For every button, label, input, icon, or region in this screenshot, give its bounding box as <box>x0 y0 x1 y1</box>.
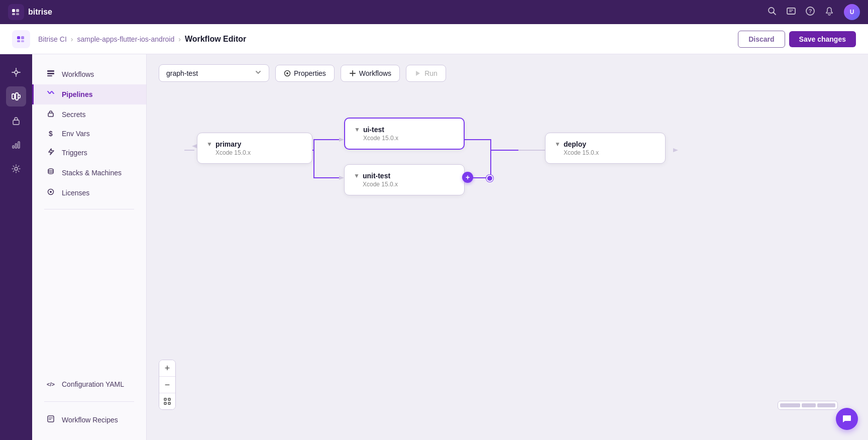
properties-button[interactable]: Properties <box>275 65 335 82</box>
app-name-label: bitrise <box>28 8 52 17</box>
svg-rect-16 <box>12 94 15 99</box>
sidebar-item-envvars[interactable]: $ Env Vars <box>32 125 146 143</box>
chat-button[interactable] <box>836 408 858 430</box>
zoom-in-button[interactable]: + <box>159 360 175 376</box>
sidebar-icon-active[interactable] <box>6 86 26 106</box>
secrets-label: Secrets <box>62 111 85 119</box>
node-title-primary: primary <box>215 140 241 148</box>
sidebar-icon-analytics[interactable] <box>6 135 26 155</box>
sidebar-item-workflows[interactable]: Workflows <box>32 64 146 84</box>
svg-rect-21 <box>16 144 17 148</box>
workflows-label: Workflows <box>62 70 94 78</box>
workflow-select-value: graph-test <box>166 69 198 77</box>
workflow-recipes-icon <box>46 415 56 425</box>
svg-rect-6 <box>787 8 795 14</box>
sidebar-icon-settings[interactable] <box>6 159 26 179</box>
run-button[interactable]: Run <box>406 65 446 82</box>
breadcrumb-project[interactable]: sample-apps-flutter-ios-android <box>77 35 174 43</box>
node-primary[interactable]: ▼ primary Xcode 15.0.x <box>197 133 312 164</box>
node-chevron-primary[interactable]: ▼ <box>206 141 212 148</box>
zoom-fit-button[interactable] <box>159 393 175 409</box>
notification-icon[interactable] <box>825 7 834 18</box>
help-icon[interactable]: ? <box>806 7 815 18</box>
sidebar-item-secrets[interactable]: Secrets <box>32 104 146 125</box>
sidebar-item-licenses[interactable]: Licenses <box>32 183 146 203</box>
zoom-controls: + − <box>159 360 176 410</box>
config-yaml-icon: </> <box>46 381 56 387</box>
save-changes-button[interactable]: Save changes <box>789 31 856 47</box>
svg-marker-40 <box>339 138 344 142</box>
svg-marker-38 <box>416 71 420 76</box>
svg-rect-3 <box>16 13 19 15</box>
node-chevron-unit-test[interactable]: ▼ <box>354 172 360 179</box>
add-workflows-button[interactable]: Workflows <box>341 65 400 82</box>
svg-rect-25 <box>47 73 54 74</box>
discard-button[interactable]: Discard <box>738 31 785 48</box>
triggers-label: Triggers <box>62 149 87 157</box>
sidebar-item-stacks[interactable]: Stacks & Machines <box>32 163 146 183</box>
stacks-menu-icon <box>46 168 56 178</box>
node-chevron-deploy[interactable]: ▼ <box>555 141 561 148</box>
sidebar-item-config-yaml[interactable]: </> Configuration YAML <box>32 375 146 393</box>
node-subtitle-unit-test: Xcode 15.0.x <box>354 181 455 188</box>
svg-rect-27 <box>48 113 53 117</box>
add-workflow-button[interactable]: + <box>462 172 473 183</box>
sidebar-item-triggers[interactable]: Triggers <box>32 143 146 163</box>
svg-point-35 <box>286 72 288 74</box>
properties-label: Properties <box>294 69 326 77</box>
breadcrumb-bar: Bitrise CI › sample-apps-flutter-ios-and… <box>0 24 868 54</box>
sidebar-icon-secrets[interactable] <box>6 111 26 131</box>
zoom-out-button[interactable]: − <box>159 377 175 393</box>
svg-rect-19 <box>13 120 19 125</box>
top-navigation: bitrise ? U <box>0 0 868 24</box>
run-label: Run <box>424 69 438 77</box>
svg-rect-45 <box>168 398 170 400</box>
node-title-ui-test: ui-test <box>363 126 384 134</box>
sidebar-icons <box>0 54 32 440</box>
svg-rect-13 <box>17 40 20 42</box>
sidebar-icon-pipelines[interactable] <box>6 62 26 82</box>
breadcrumb-sep1: › <box>71 35 73 43</box>
node-title-unit-test: unit-test <box>363 172 390 180</box>
node-chevron-ui-test[interactable]: ▼ <box>354 126 360 133</box>
svg-rect-44 <box>164 398 166 400</box>
node-subtitle-primary: Xcode 15.0.x <box>206 149 303 156</box>
svg-rect-31 <box>48 416 54 422</box>
search-icon[interactable] <box>768 7 777 18</box>
app-logo[interactable]: bitrise <box>8 4 52 20</box>
workflow-recipes-label: Workflow Recipes <box>62 416 118 424</box>
breadcrumb-root[interactable]: Bitrise CI <box>38 35 67 43</box>
svg-point-23 <box>15 167 18 170</box>
pipeline-canvas[interactable]: ▼ primary Xcode 15.0.x ▼ ui-test Xcode 1… <box>147 90 868 440</box>
envvars-label: Env Vars <box>62 130 90 138</box>
avatar[interactable]: U <box>844 4 860 20</box>
pipelines-label: Pipelines <box>62 90 92 98</box>
node-ui-test[interactable]: ▼ ui-test Xcode 15.0.x <box>344 118 465 150</box>
svg-rect-24 <box>47 70 54 72</box>
node-unit-test[interactable]: ▼ unit-test Xcode 15.0.x <box>344 164 465 195</box>
svg-line-5 <box>774 12 776 15</box>
chevron-down-icon <box>255 69 262 77</box>
licenses-label: Licenses <box>62 189 89 197</box>
svg-rect-46 <box>164 402 166 404</box>
workflows-icon <box>46 69 56 79</box>
breadcrumb-logo <box>12 30 30 48</box>
sidebar-item-pipelines[interactable]: Pipelines <box>32 84 146 104</box>
svg-text:?: ? <box>809 8 812 14</box>
svg-rect-20 <box>13 146 14 148</box>
breadcrumb-current: Workflow Editor <box>185 35 246 44</box>
workflow-select[interactable]: graph-test <box>159 64 269 82</box>
content-toolbar: graph-test Properties Workflows Run <box>147 54 868 90</box>
mini-map-bar1 <box>780 403 800 407</box>
breadcrumb-sep2: › <box>178 35 181 43</box>
config-yaml-label: Configuration YAML <box>62 380 124 388</box>
mini-map-bar2 <box>802 403 816 407</box>
sidebar-item-workflow-recipes[interactable]: Workflow Recipes <box>32 410 146 430</box>
builds-icon[interactable] <box>787 7 796 18</box>
svg-point-30 <box>50 191 52 193</box>
top-nav-icons: ? U <box>768 4 860 20</box>
node-subtitle-deploy: Xcode 15.0.x <box>555 149 656 156</box>
node-deploy[interactable]: ▼ deploy Xcode 15.0.x <box>545 133 666 164</box>
svg-rect-1 <box>16 9 19 12</box>
svg-marker-39 <box>192 144 197 148</box>
